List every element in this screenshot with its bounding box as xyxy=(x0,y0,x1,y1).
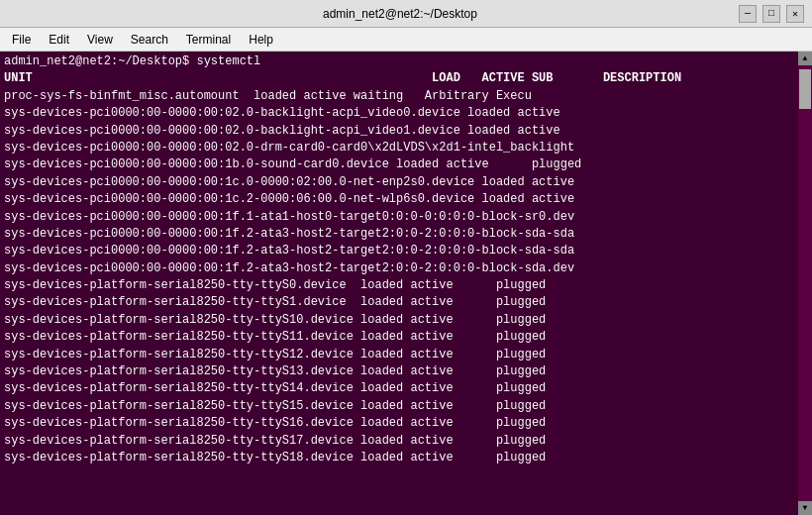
scroll-track[interactable] xyxy=(798,65,812,501)
menu-file[interactable]: File xyxy=(4,31,39,49)
terminal-line: sys-devices-platform-serial8250-tty-ttyS… xyxy=(4,433,808,450)
terminal-output: proc-sys-fs-binfmt_misc.automount loaded… xyxy=(4,88,808,467)
titlebar-title: admin_net2@net2:~/Desktop xyxy=(61,7,739,21)
scroll-thumb[interactable] xyxy=(799,69,811,109)
prompt-line: admin_net2@net2:~/Desktop$ systemctl xyxy=(4,53,808,70)
terminal-line: sys-devices-pci0000:00-0000:00:02.0-back… xyxy=(4,123,808,140)
close-button[interactable]: ✕ xyxy=(786,5,804,23)
menu-help[interactable]: Help xyxy=(241,31,281,49)
terminal-line: sys-devices-platform-serial8250-tty-ttyS… xyxy=(4,312,808,329)
terminal-line: sys-devices-pci0000:00-0000:00:1f.2-ata3… xyxy=(4,226,808,243)
titlebar-controls: — □ ✕ xyxy=(739,5,804,23)
terminal-line: sys-devices-platform-serial8250-tty-ttyS… xyxy=(4,277,808,294)
terminal-line: sys-devices-platform-serial8250-tty-ttyS… xyxy=(4,329,808,346)
terminal-line: sys-devices-platform-serial8250-tty-ttyS… xyxy=(4,380,808,397)
menu-edit[interactable]: Edit xyxy=(41,31,77,49)
maximize-button[interactable]: □ xyxy=(762,5,780,23)
terminal-line: sys-devices-platform-serial8250-tty-ttyS… xyxy=(4,398,808,415)
terminal-line: sys-devices-pci0000:00-0000:00:1c.0-0000… xyxy=(4,174,808,191)
scrollbar[interactable]: ▲ ▼ xyxy=(798,52,812,515)
terminal-line: sys-devices-pci0000:00-0000:00:02.0-drm-… xyxy=(4,140,808,156)
scroll-down-button[interactable]: ▼ xyxy=(798,501,812,515)
terminal-line: sys-devices-pci0000:00-0000:00:1f.2-ata3… xyxy=(4,260,808,277)
minimize-button[interactable]: — xyxy=(739,5,757,23)
terminal-line: sys-devices-platform-serial8250-tty-ttyS… xyxy=(4,450,808,466)
terminal-line: sys-devices-platform-serial8250-tty-ttyS… xyxy=(4,363,808,380)
scroll-up-button[interactable]: ▲ xyxy=(798,52,812,65)
terminal-line: proc-sys-fs-binfmt_misc.automount loaded… xyxy=(4,88,808,105)
terminal-line: sys-devices-platform-serial8250-tty-ttyS… xyxy=(4,415,808,432)
menubar: File Edit View Search Terminal Help xyxy=(0,28,812,52)
column-headers: UNIT LOAD ACTIVE SUB DESCRIPTION xyxy=(4,70,808,87)
menu-search[interactable]: Search xyxy=(123,31,176,49)
terminal-line: sys-devices-pci0000:00-0000:00:02.0-back… xyxy=(4,105,808,122)
terminal-line: sys-devices-platform-serial8250-tty-ttyS… xyxy=(4,347,808,363)
terminal-line: sys-devices-pci0000:00-0000:00:1c.2-0000… xyxy=(4,191,808,208)
terminal-line: sys-devices-platform-serial8250-tty-ttyS… xyxy=(4,294,808,311)
terminal[interactable]: admin_net2@net2:~/Desktop$ systemctl UNI… xyxy=(0,52,812,515)
titlebar: admin_net2@net2:~/Desktop — □ ✕ xyxy=(0,0,812,28)
menu-view[interactable]: View xyxy=(79,31,121,49)
terminal-line: sys-devices-pci0000:00-0000:00:1b.0-soun… xyxy=(4,156,808,173)
terminal-line: sys-devices-pci0000:00-0000:00:1f.1-ata1… xyxy=(4,209,808,226)
menu-terminal[interactable]: Terminal xyxy=(178,31,239,49)
terminal-line: sys-devices-pci0000:00-0000:00:1f.2-ata3… xyxy=(4,243,808,259)
